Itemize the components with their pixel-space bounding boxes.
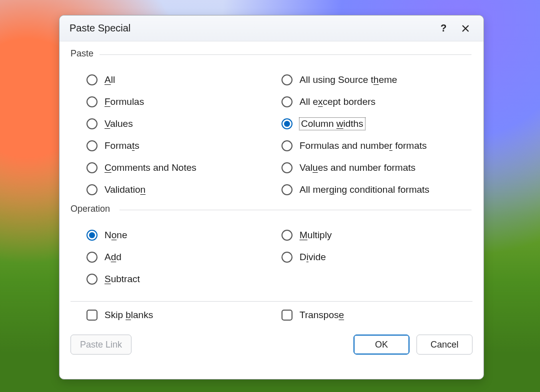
- checkbox-label: Skip blanks: [104, 310, 153, 321]
- ok-button[interactable]: OK: [354, 335, 410, 355]
- radio-label: Multiply: [300, 230, 332, 241]
- radio-label: Formats: [104, 140, 140, 151]
- checkbox-skip-blanks[interactable]: Skip blanks: [86, 310, 278, 321]
- radio-comments[interactable]: Comments and Notes: [86, 157, 278, 179]
- radio-icon: [86, 118, 98, 129]
- group-paste: Paste All All using Source theme Formula…: [70, 48, 472, 204]
- radio-icon: [282, 74, 292, 85]
- radio-icon: [86, 184, 98, 195]
- cancel-button[interactable]: Cancel: [416, 335, 472, 355]
- radio-label: Divide: [300, 252, 326, 263]
- dialog-title: Paste Special: [70, 22, 432, 34]
- radio-icon: [86, 162, 98, 173]
- radio-none[interactable]: None: [86, 224, 278, 246]
- divider: [120, 210, 472, 210]
- group-operation-label: Operation: [70, 204, 110, 214]
- radio-icon: [86, 74, 98, 85]
- radio-icon: [282, 118, 292, 129]
- radio-label: Column widths: [300, 118, 365, 130]
- radio-subtract[interactable]: Subtract: [86, 268, 278, 290]
- radio-label: Add: [104, 252, 122, 263]
- divider: [100, 54, 472, 55]
- checkbox-icon: [86, 310, 98, 321]
- title-bar: Paste Special ?: [60, 15, 484, 41]
- radio-validation[interactable]: Validation: [86, 179, 278, 201]
- radio-merge-cond-fmt[interactable]: All merging conditional formats: [282, 179, 472, 201]
- radio-formulas[interactable]: Formulas: [86, 91, 278, 113]
- radio-icon: [86, 230, 98, 241]
- radio-icon: [282, 230, 292, 241]
- radio-icon: [282, 184, 292, 195]
- radio-icon: [86, 274, 98, 285]
- radio-label: None: [104, 230, 127, 241]
- radio-src-theme[interactable]: All using Source theme: [282, 69, 472, 91]
- radio-label: Values and number formats: [300, 162, 416, 173]
- radio-icon: [282, 162, 292, 173]
- dialog-content: Paste All All using Source theme Formula…: [60, 41, 484, 379]
- radio-label: Subtract: [104, 274, 140, 285]
- radio-add[interactable]: Add: [86, 246, 278, 268]
- divider: [70, 301, 472, 302]
- radio-icon: [282, 140, 292, 151]
- checkbox-icon: [282, 310, 292, 321]
- group-operation: Operation None Multiply Add Divide: [70, 204, 472, 293]
- radio-icon: [86, 140, 98, 151]
- dialog-footer: Paste Link OK Cancel: [70, 335, 472, 355]
- checkbox-label: Transpose: [300, 310, 344, 321]
- radio-icon: [282, 96, 292, 107]
- group-operation-body: None Multiply Add Divide Subtract: [70, 214, 472, 293]
- radio-label: Comments and Notes: [104, 162, 196, 173]
- radio-label: Validation: [104, 184, 146, 195]
- radio-except-borders[interactable]: All except borders: [282, 91, 472, 113]
- radio-icon: [282, 252, 292, 263]
- radio-label: All using Source theme: [300, 74, 397, 85]
- close-icon: [462, 24, 470, 32]
- help-button[interactable]: ?: [432, 18, 454, 38]
- radio-label: All: [104, 74, 115, 85]
- group-paste-label: Paste: [70, 48, 94, 58]
- paste-link-button: Paste Link: [70, 335, 132, 355]
- radio-formulas-num-fmt[interactable]: Formulas and number formats: [282, 135, 472, 157]
- radio-icon: [86, 96, 98, 107]
- radio-divide[interactable]: Divide: [282, 246, 472, 268]
- paste-special-dialog: Paste Special ? Paste All All using Sour…: [59, 15, 484, 380]
- radio-label: All except borders: [300, 96, 376, 107]
- radio-multiply[interactable]: Multiply: [282, 224, 472, 246]
- radio-label: Formulas and number formats: [300, 140, 427, 151]
- radio-formats[interactable]: Formats: [86, 135, 278, 157]
- radio-values[interactable]: Values: [86, 113, 278, 135]
- radio-all[interactable]: All: [86, 69, 278, 91]
- radio-label: Formulas: [104, 96, 144, 107]
- radio-column-widths[interactable]: Column widths: [282, 113, 472, 135]
- radio-label: Values: [104, 118, 133, 129]
- radio-values-num-fmt[interactable]: Values and number formats: [282, 157, 472, 179]
- radio-label: All merging conditional formats: [300, 184, 430, 195]
- checkbox-transpose[interactable]: Transpose: [282, 310, 472, 321]
- close-button[interactable]: [454, 18, 476, 38]
- group-paste-body: All All using Source theme Formulas All …: [70, 59, 472, 204]
- checkbox-row: Skip blanks Transpose: [70, 310, 472, 321]
- radio-icon: [86, 252, 98, 263]
